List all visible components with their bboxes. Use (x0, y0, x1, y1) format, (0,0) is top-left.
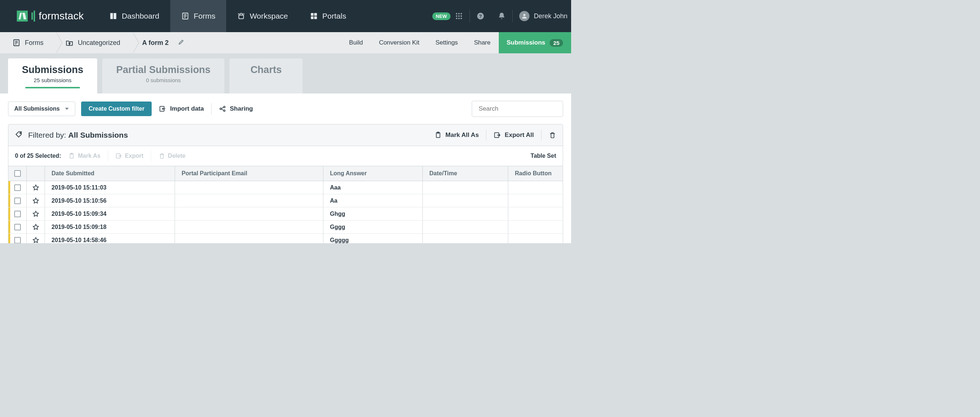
export-all-button[interactable]: Export All (494, 132, 534, 139)
breadcrumb-folder-label: Uncategorized (78, 39, 120, 47)
cell-radio-button (508, 220, 571, 233)
clipboard-icon (68, 153, 75, 159)
notifications-button[interactable] (491, 0, 512, 32)
export-button-disabled: Export (116, 153, 143, 159)
svg-text:?: ? (479, 14, 482, 19)
mark-all-as-button[interactable]: Mark All As (434, 132, 479, 139)
breadcrumb-forms[interactable]: Forms (0, 32, 56, 53)
delete-all-button[interactable] (549, 132, 556, 139)
cell-date-submitted: 2019-05-10 14:58:46 (45, 234, 175, 243)
row-checkbox[interactable] (14, 211, 21, 217)
filter-value: All Submissions (68, 131, 128, 139)
star-icon (32, 197, 40, 205)
table-row[interactable]: 2019-05-10 15:09:18Gggg (8, 220, 563, 234)
nav-forms[interactable]: Forms (170, 0, 226, 32)
tab-charts[interactable]: Charts (229, 59, 302, 94)
row-star-cell[interactable] (27, 194, 45, 207)
trash-icon (549, 132, 556, 139)
nav-dashboard-label: Dashboard (122, 12, 159, 21)
logo[interactable]: formstack (0, 0, 98, 32)
create-custom-filter-button[interactable]: Create Custom filter (81, 101, 152, 116)
star-icon (32, 236, 40, 244)
content-area: All Submissions Create Custom filter Imp… (0, 94, 571, 243)
row-star-cell[interactable] (27, 234, 45, 243)
cell-long-answer: Gggg (323, 220, 423, 233)
forms-icon (181, 12, 189, 20)
svg-rect-0 (110, 13, 113, 19)
row-checkbox[interactable] (14, 237, 21, 244)
user-menu[interactable]: Derek John (513, 11, 568, 21)
svg-rect-6 (311, 13, 313, 16)
row-checkbox-cell (8, 208, 27, 220)
avatar-icon (519, 11, 530, 21)
cell-date-time (423, 181, 508, 194)
portals-icon (310, 12, 318, 20)
chevron-down-icon (65, 106, 69, 111)
nav-portals-label: Portals (322, 12, 346, 21)
col-radio-button[interactable]: Radio Button (508, 166, 571, 181)
breadcrumb-folder[interactable]: ? Uncategorized (56, 32, 133, 53)
toolbar-separator (211, 103, 212, 114)
subnav-submissions[interactable]: Submissions 25 (499, 32, 571, 53)
pencil-icon (178, 39, 185, 45)
subnav-share[interactable]: Share (466, 32, 498, 53)
cell-date-submitted: 2019-05-10 15:09:34 (45, 208, 175, 220)
tab-partial-submissions[interactable]: Partial Submissions 0 submissions (102, 59, 224, 94)
nav-dashboard[interactable]: Dashboard (98, 0, 170, 32)
apps-button[interactable] (449, 0, 469, 32)
nav-portals[interactable]: Portals (299, 0, 357, 32)
col-date-time[interactable]: Date/Time (423, 166, 508, 181)
table-settings-button[interactable]: Table Set (531, 153, 556, 159)
tab-submissions[interactable]: Submissions 25 submissions (8, 59, 97, 94)
subnav-settings[interactable]: Settings (428, 32, 466, 53)
export-all-label: Export All (504, 132, 534, 139)
table-row[interactable]: 2019-05-10 15:09:34Ghgg (8, 208, 563, 220)
table-row[interactable]: 2019-05-10 15:10:56Aa (8, 194, 563, 208)
svg-rect-9 (314, 16, 317, 19)
row-checkbox[interactable] (14, 184, 21, 191)
select-all-checkbox[interactable] (14, 170, 21, 177)
row-star-cell[interactable] (27, 220, 45, 233)
svg-point-10 (456, 13, 458, 14)
cell-date-time (423, 208, 508, 220)
subnav-conversion-kit[interactable]: Conversion Kit (371, 32, 428, 53)
nav-workspace[interactable]: Workspace (226, 0, 299, 32)
logo-bars-icon (32, 11, 35, 22)
cell-date-time (423, 234, 508, 243)
row-star-cell[interactable] (27, 181, 45, 194)
cell-long-answer: Ghgg (323, 208, 423, 220)
share-icon (219, 105, 226, 113)
row-checkbox[interactable] (14, 224, 21, 230)
new-badge: NEW (432, 13, 450, 20)
subnav-build[interactable]: Build (341, 32, 371, 53)
tab-charts-title: Charts (243, 64, 289, 76)
col-long-answer[interactable]: Long Answer (323, 166, 423, 181)
search-box[interactable] (472, 101, 563, 117)
svg-point-21 (523, 14, 525, 16)
filter-dropdown[interactable]: All Submissions (8, 101, 75, 116)
import-icon (159, 105, 166, 113)
col-portal-email[interactable]: Portal Participant Email (175, 166, 323, 181)
subnav-submissions-label: Submissions (507, 39, 546, 46)
star-icon (32, 224, 40, 231)
active-tab-underline (25, 87, 80, 88)
cell-radio-button (508, 181, 571, 194)
edit-form-name-button[interactable] (178, 39, 185, 47)
help-icon: ? (476, 12, 485, 20)
selection-count: 0 of 25 Selected: (15, 153, 61, 159)
sharing-button[interactable]: Sharing (217, 105, 254, 113)
search-input[interactable] (478, 105, 557, 113)
row-star-cell[interactable] (27, 208, 45, 220)
row-checkbox[interactable] (14, 198, 21, 204)
tabs: Submissions 25 submissions Partial Submi… (0, 53, 571, 94)
col-date-submitted[interactable]: Date Submitted (45, 166, 175, 181)
table-row[interactable]: 2019-05-10 14:58:46Ggggg (8, 234, 563, 243)
help-button[interactable]: ? (470, 0, 491, 32)
import-data-button[interactable]: Import data (158, 105, 205, 113)
sharing-label: Sharing (230, 105, 253, 113)
apps-grid-icon (455, 12, 463, 20)
cell-portal-email (175, 194, 323, 207)
svg-rect-7 (314, 13, 317, 16)
import-data-label: Import data (170, 105, 204, 113)
table-row[interactable]: 2019-05-10 15:11:03Aaa (8, 181, 563, 194)
